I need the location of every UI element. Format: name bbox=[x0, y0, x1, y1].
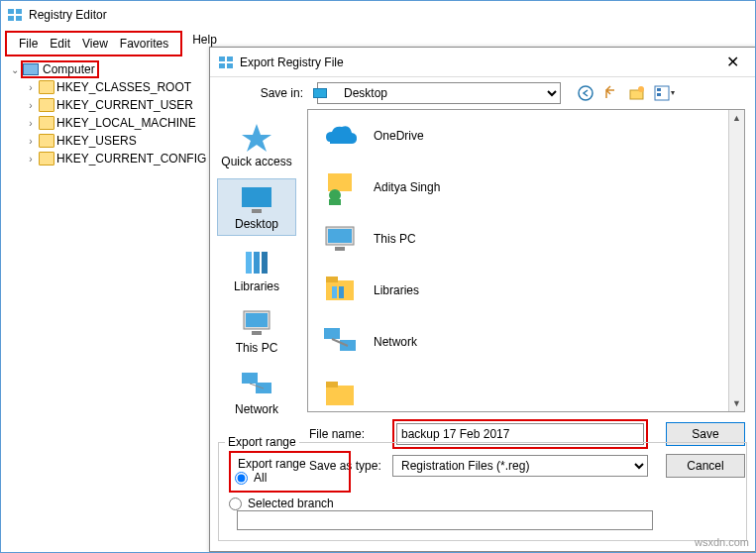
menu-favorites[interactable]: Favorites bbox=[114, 35, 174, 53]
svg-rect-38 bbox=[326, 386, 354, 405]
savein-dropdown[interactable]: Desktop bbox=[317, 82, 561, 104]
svg-rect-3 bbox=[16, 16, 22, 21]
expand-toggle[interactable]: › bbox=[25, 154, 37, 165]
svg-rect-15 bbox=[252, 209, 262, 213]
menu-file[interactable]: File bbox=[13, 35, 44, 53]
scroll-up-icon[interactable]: ▲ bbox=[729, 110, 744, 126]
svg-rect-20 bbox=[246, 313, 268, 327]
expand-toggle[interactable]: › bbox=[25, 82, 37, 93]
svg-rect-13 bbox=[657, 93, 661, 96]
filename-label: File name: bbox=[309, 427, 384, 441]
list-item-label: Aditya Singh bbox=[374, 180, 440, 194]
svg-rect-30 bbox=[335, 247, 345, 251]
expand-toggle[interactable]: › bbox=[25, 118, 37, 129]
svg-rect-22 bbox=[242, 373, 258, 384]
regedit-icon bbox=[218, 55, 234, 70]
radio-label: All bbox=[254, 471, 267, 485]
tree-key[interactable]: HKEY_LOCAL_MACHINE bbox=[56, 116, 196, 130]
svg-rect-5 bbox=[227, 56, 233, 61]
menu-view[interactable]: View bbox=[76, 35, 114, 53]
export-range-label-inner: Export range bbox=[235, 457, 309, 471]
scrollbar[interactable]: ▲▼ bbox=[728, 110, 744, 411]
svg-rect-33 bbox=[332, 286, 337, 298]
sidebar-item-label: Quick access bbox=[221, 155, 291, 168]
svg-rect-21 bbox=[252, 331, 262, 335]
network-icon bbox=[320, 324, 360, 360]
sidebar-item-label: Network bbox=[235, 402, 278, 416]
dialog-titlebar: Export Registry File ✕ bbox=[210, 48, 755, 77]
sidebar-network[interactable]: Network bbox=[217, 365, 296, 420]
svg-rect-14 bbox=[242, 187, 271, 207]
export-dialog: Export Registry File ✕ Save in: Desktop … bbox=[209, 47, 756, 552]
sidebar-item-label: Libraries bbox=[234, 279, 279, 293]
computer-icon bbox=[23, 63, 39, 75]
sidebar-item-label: Desktop bbox=[235, 217, 278, 231]
view-menu-icon[interactable] bbox=[654, 84, 672, 102]
onedrive-icon bbox=[320, 118, 360, 154]
expand-toggle[interactable]: › bbox=[25, 136, 37, 147]
list-item[interactable]: Libraries bbox=[308, 265, 744, 316]
radio-label: Selected branch bbox=[248, 497, 334, 510]
branch-path-input[interactable] bbox=[237, 510, 653, 530]
svg-rect-12 bbox=[657, 88, 661, 91]
dialog-title: Export Registry File bbox=[240, 55, 344, 69]
radio-branch[interactable] bbox=[229, 498, 242, 510]
list-item-label: This PC bbox=[374, 232, 416, 246]
up-icon[interactable] bbox=[602, 84, 620, 102]
list-item[interactable]: Aditya Singh bbox=[308, 162, 744, 213]
savein-label: Save in: bbox=[220, 86, 303, 100]
svg-rect-32 bbox=[326, 276, 338, 282]
export-range-label: Export range bbox=[225, 435, 299, 449]
svg-rect-29 bbox=[328, 229, 352, 243]
svg-rect-1 bbox=[16, 9, 22, 14]
export-range-group: Export range Export range All Selected b… bbox=[218, 442, 747, 541]
tree-key[interactable]: HKEY_CURRENT_USER bbox=[56, 98, 193, 112]
folder-icon bbox=[39, 134, 54, 148]
new-folder-icon[interactable] bbox=[628, 84, 646, 102]
libraries-icon bbox=[320, 273, 360, 308]
back-icon[interactable] bbox=[577, 84, 594, 102]
tree-key[interactable]: HKEY_USERS bbox=[56, 134, 137, 148]
svg-rect-4 bbox=[219, 56, 225, 61]
svg-point-10 bbox=[638, 86, 644, 92]
list-item[interactable]: Network bbox=[308, 316, 744, 368]
menu-edit[interactable]: Edit bbox=[44, 35, 76, 53]
list-item-label: OneDrive bbox=[374, 129, 424, 143]
sidebar-this-pc[interactable]: This PC bbox=[217, 303, 296, 359]
expand-toggle[interactable]: ⌄ bbox=[9, 64, 21, 75]
svg-rect-35 bbox=[324, 328, 340, 339]
folder-icon bbox=[39, 116, 54, 130]
svg-rect-34 bbox=[339, 286, 344, 298]
svg-rect-27 bbox=[329, 199, 341, 205]
sidebar-desktop[interactable]: Desktop bbox=[217, 178, 296, 236]
svg-rect-0 bbox=[8, 9, 14, 14]
sidebar-quick-access[interactable]: Quick access bbox=[217, 117, 296, 172]
sidebar-item-label: This PC bbox=[236, 341, 278, 355]
close-button[interactable]: ✕ bbox=[718, 53, 747, 71]
folder-icon bbox=[320, 376, 360, 411]
svg-rect-7 bbox=[227, 63, 233, 68]
pc-icon bbox=[320, 221, 360, 257]
svg-rect-39 bbox=[326, 382, 338, 387]
tree-root-label[interactable]: Computer bbox=[39, 62, 95, 76]
list-item[interactable]: OneDrive bbox=[308, 110, 744, 162]
radio-all[interactable] bbox=[235, 472, 248, 485]
list-item[interactable]: This PC bbox=[308, 213, 744, 265]
list-item[interactable] bbox=[308, 368, 744, 412]
sidebar-libraries[interactable]: Libraries bbox=[217, 242, 296, 297]
regedit-icon bbox=[7, 7, 23, 23]
svg-rect-25 bbox=[328, 173, 352, 191]
export-branch-radio[interactable]: Selected branch bbox=[229, 497, 736, 510]
user-icon bbox=[320, 169, 360, 205]
list-item-label: Libraries bbox=[374, 283, 419, 297]
file-list[interactable]: OneDrive Aditya Singh This PC Libraries … bbox=[307, 109, 745, 412]
folder-icon bbox=[39, 80, 54, 94]
export-all-radio[interactable]: All bbox=[235, 471, 309, 485]
expand-toggle[interactable]: › bbox=[25, 100, 37, 111]
tree-key[interactable]: HKEY_CLASSES_ROOT bbox=[56, 80, 191, 94]
scroll-down-icon[interactable]: ▼ bbox=[729, 395, 744, 411]
folder-icon bbox=[39, 152, 54, 166]
tree-key[interactable]: HKEY_CURRENT_CONFIG bbox=[56, 152, 206, 166]
svg-point-8 bbox=[579, 86, 593, 100]
svg-rect-2 bbox=[8, 16, 14, 21]
